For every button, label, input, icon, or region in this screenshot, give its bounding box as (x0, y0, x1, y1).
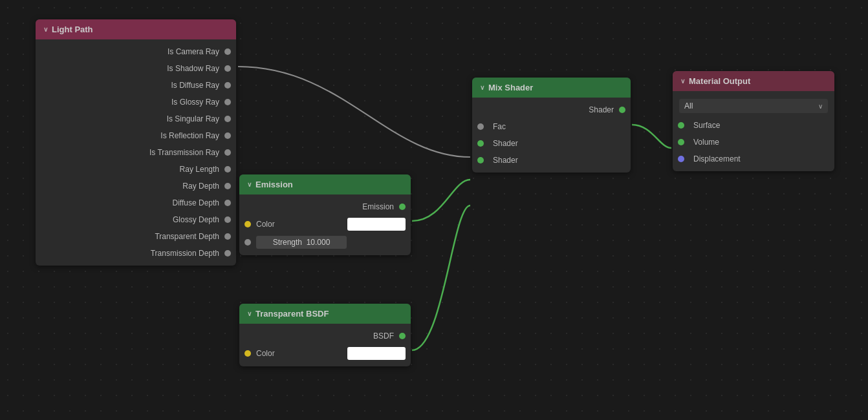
chevron-icon: ∨ (43, 26, 48, 33)
socket-is-reflection-ray: Is Reflection Ray (36, 127, 236, 144)
socket-mix-fac: Fac (472, 118, 631, 135)
target-dropdown[interactable]: All Camera Cycles EEVEE (679, 99, 828, 113)
node-body-transparent: BSDF Color (239, 324, 411, 366)
socket-dot-bsdf-out[interactable] (399, 333, 406, 339)
socket-dot-strength-in[interactable] (244, 239, 251, 246)
socket-surface-in: Surface (673, 117, 834, 134)
node-header-transparent[interactable]: ∨ Transparent BSDF (239, 304, 411, 324)
socket-is-singular-ray: Is Singular Ray (36, 110, 236, 127)
socket-dot-volume-in[interactable] (678, 139, 684, 145)
socket-is-camera-ray: Is Camera Ray (36, 43, 236, 60)
field-row-color-bsdf: Color (239, 344, 411, 362)
field-row-strength (239, 233, 411, 251)
node-emission: ∨ Emission Emission Color (239, 174, 411, 255)
socket-dot-glossy-depth[interactable] (224, 216, 231, 223)
socket-transparent-depth: Transparent Depth (36, 228, 236, 245)
chevron-icon-material-output: ∨ (680, 78, 685, 85)
socket-displacement-in: Displacement (673, 151, 834, 167)
socket-dot-color-in[interactable] (244, 221, 251, 227)
node-title-mix-shader: Mix Shader (488, 83, 533, 92)
node-title-material-output: Material Output (689, 76, 750, 86)
socket-mix-shader-in1: Shader (472, 135, 631, 152)
socket-glossy-depth: Glossy Depth (36, 211, 236, 228)
socket-dot-surface-in[interactable] (678, 122, 684, 129)
socket-volume-in: Volume (673, 134, 834, 151)
node-body-mix-shader: Shader Fac Shader Shader (472, 98, 631, 173)
chevron-icon-mix-shader: ∨ (480, 84, 484, 91)
socket-dot-transparent-depth[interactable] (224, 233, 231, 240)
socket-dot-glossy-ray[interactable] (224, 99, 231, 105)
node-mix-shader: ∨ Mix Shader Shader Fac Shader Shader (472, 78, 631, 173)
socket-dot-ray-length[interactable] (224, 166, 231, 173)
socket-mix-shader-output: Shader (472, 101, 631, 118)
node-transparent-bsdf: ∨ Transparent BSDF BSDF Color (239, 304, 411, 366)
node-material-output: ∨ Material Output All Camera Cycles EEVE… (673, 71, 834, 171)
socket-dot-diffuse-ray[interactable] (224, 82, 231, 89)
strength-input[interactable] (256, 236, 347, 249)
socket-transmission-depth: Transmission Depth (36, 245, 236, 262)
socket-emission-output: Emission (239, 198, 411, 215)
node-header-light-path[interactable]: ∨ Light Path (36, 19, 236, 39)
node-title-light-path: Light Path (52, 25, 93, 34)
socket-is-transmission-ray: Is Transmission Ray (36, 144, 236, 161)
socket-dot-singular-ray[interactable] (224, 116, 231, 122)
node-light-path: ∨ Light Path Is Camera Ray Is Shadow Ray… (36, 19, 236, 266)
node-body-emission: Emission Color (239, 194, 411, 255)
chevron-icon-transparent: ∨ (247, 310, 252, 317)
socket-dot-shader-in1[interactable] (477, 140, 484, 147)
node-header-material-output[interactable]: ∨ Material Output (673, 71, 834, 91)
socket-dot-shadow-ray[interactable] (224, 65, 231, 72)
color-bsdf-input[interactable] (347, 347, 406, 360)
dropdown-wrapper-target: All Camera Cycles EEVEE (679, 99, 828, 113)
socket-ray-depth: Ray Depth (36, 178, 236, 194)
dropdown-row-target: All Camera Cycles EEVEE (673, 95, 834, 117)
socket-bsdf-output: BSDF (239, 328, 411, 344)
socket-dot-mix-shader-out[interactable] (619, 107, 625, 113)
color-input[interactable] (347, 218, 406, 231)
node-header-emission[interactable]: ∨ Emission (239, 174, 411, 194)
socket-dot-displacement-in[interactable] (678, 156, 684, 162)
socket-dot-shader-in2[interactable] (477, 157, 484, 163)
socket-dot-reflection-ray[interactable] (224, 132, 231, 139)
socket-dot-transmission-ray[interactable] (224, 149, 231, 156)
socket-mix-shader-in2: Shader (472, 152, 631, 169)
node-body-light-path: Is Camera Ray Is Shadow Ray Is Diffuse R… (36, 39, 236, 266)
socket-dot-ray-depth[interactable] (224, 183, 231, 189)
socket-dot-camera-ray[interactable] (224, 48, 231, 55)
chevron-icon-emission: ∨ (247, 181, 252, 188)
field-row-color: Color (239, 215, 411, 233)
socket-is-glossy-ray: Is Glossy Ray (36, 94, 236, 110)
socket-is-shadow-ray: Is Shadow Ray (36, 60, 236, 77)
node-body-material-output: All Camera Cycles EEVEE Surface Volume D… (673, 91, 834, 171)
socket-dot-diffuse-depth[interactable] (224, 200, 231, 206)
node-title-emission: Emission (255, 180, 293, 189)
socket-diffuse-depth: Diffuse Depth (36, 194, 236, 211)
socket-ray-length: Ray Length (36, 161, 236, 178)
socket-dot-color-bsdf-in[interactable] (244, 350, 251, 357)
socket-dot-emission-out[interactable] (399, 204, 406, 210)
node-title-transparent: Transparent BSDF (255, 309, 329, 319)
node-header-mix-shader[interactable]: ∨ Mix Shader (472, 78, 631, 98)
socket-dot-fac-in[interactable] (477, 123, 484, 130)
socket-dot-transmission-depth[interactable] (224, 250, 231, 257)
socket-is-diffuse-ray: Is Diffuse Ray (36, 77, 236, 94)
